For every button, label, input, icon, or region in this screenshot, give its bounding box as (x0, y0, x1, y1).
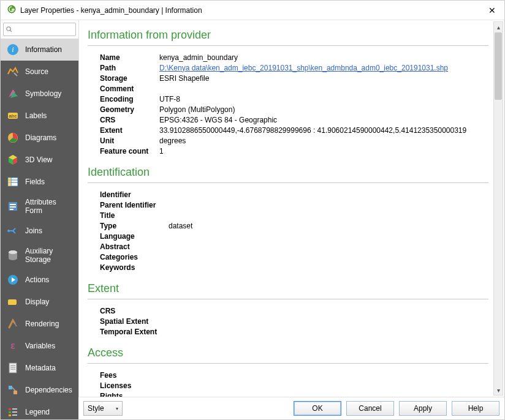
k-storage: Storage (100, 73, 158, 83)
nav-rendering[interactable]: Rendering (1, 313, 78, 335)
nav-attributes-form[interactable]: Attributes Form (1, 193, 78, 220)
scroll-thumb[interactable] (495, 32, 502, 100)
k-keywords: Keywords (100, 262, 167, 272)
v-identifier (167, 189, 192, 200)
path-link[interactable]: D:\Kenya data\ken_adm_iebc_20191031_shp\… (159, 64, 448, 72)
ok-label: OK (312, 404, 322, 413)
section-title-provider: Information from provider (88, 29, 488, 42)
k-abstract: Abstract (100, 241, 167, 252)
dependencies-icon (7, 384, 19, 396)
nav-metadata[interactable]: Metadata (1, 357, 78, 379)
nav-auxiliary-storage[interactable]: Auxiliary Storage (1, 242, 78, 269)
v-geometry: Polygon (MultiPolygon) (158, 104, 466, 114)
nav-label: Joins (25, 227, 72, 235)
nav-label: Source (25, 67, 72, 76)
nav-legend[interactable]: Legend (1, 401, 78, 419)
search-input[interactable] (3, 23, 76, 36)
diagrams-icon (7, 132, 19, 144)
k-spatial: Spatial Extent (100, 316, 167, 326)
nav-variables[interactable]: ε Variables (1, 335, 78, 357)
svg-point-15 (7, 230, 10, 232)
joins-icon (7, 225, 19, 237)
v-keywords (167, 262, 192, 272)
metadata-icon (7, 362, 19, 374)
nav-dependencies[interactable]: Dependencies (1, 379, 78, 401)
v-categories (167, 252, 192, 262)
v-unit: degrees (158, 135, 466, 146)
apply-button[interactable]: Apply (399, 401, 447, 416)
k-parent: Parent Identifier (100, 200, 167, 210)
nav-label: Legend (25, 408, 72, 416)
nav-label: Rendering (25, 320, 72, 328)
fields-icon (7, 176, 19, 188)
symbology-icon (7, 88, 19, 100)
nav-source[interactable]: Source (1, 61, 78, 83)
help-button[interactable]: Help (452, 401, 499, 416)
nav-actions[interactable]: Actions (1, 269, 78, 291)
svg-rect-13 (10, 206, 16, 208)
extent-table: CRS Spatial Extent Temporal Extent (100, 306, 169, 337)
v-title (167, 210, 192, 220)
nav-3dview[interactable]: 3D View (1, 149, 78, 171)
close-icon[interactable]: ✕ (486, 6, 498, 15)
cancel-button[interactable]: Cancel (346, 401, 394, 416)
apply-label: Apply (414, 404, 432, 413)
nav-symbology[interactable]: Symbology (1, 83, 78, 105)
k-unit: Unit (100, 135, 158, 146)
v-fees (158, 370, 159, 380)
svg-text:abc: abc (9, 113, 17, 119)
nav-information[interactable]: i Information (1, 39, 78, 61)
nav-label: Variables (25, 342, 72, 350)
v-comment (158, 83, 466, 94)
nav-label: Dependencies (25, 386, 72, 394)
nav-labels[interactable]: abc Labels (1, 105, 78, 127)
help-label: Help (468, 404, 484, 413)
svg-rect-29 (9, 414, 11, 416)
k-comment: Comment (100, 83, 158, 94)
identification-table: Identifier Parent Identifier Title Typed… (100, 189, 192, 272)
vertical-scrollbar[interactable]: ▴ ▾ (493, 21, 503, 396)
svg-text:i: i (12, 45, 13, 54)
v-featurecount: 1 (158, 146, 466, 156)
divider (88, 363, 488, 364)
v-encoding: UTF-8 (158, 94, 466, 104)
nav-label: 3D View (25, 156, 72, 164)
access-table: Fees Licenses Rights Constraints (100, 370, 159, 397)
scroll-up-icon[interactable]: ▴ (494, 22, 503, 32)
scroll-down-icon[interactable]: ▾ (494, 385, 503, 395)
section-title-extent: Extent (88, 282, 488, 295)
divider (88, 45, 488, 46)
nav-label: Fields (25, 178, 72, 186)
nav-label: Attributes Form (25, 198, 72, 215)
ok-button[interactable]: OK (294, 401, 341, 416)
divider (88, 182, 488, 183)
svg-rect-14 (10, 209, 13, 210)
svg-rect-10 (8, 178, 11, 186)
k-encoding: Encoding (100, 94, 158, 104)
nav-fields[interactable]: Fields (1, 171, 78, 193)
nav-diagrams[interactable]: Diagrams (1, 127, 78, 149)
k-ext-crs: CRS (100, 306, 167, 316)
variables-icon: ε (7, 340, 19, 352)
provider-table: Namekenya_admin_boundary PathD:\Kenya da… (100, 52, 466, 156)
chevron-down-icon: ▾ (116, 406, 118, 411)
nav-label: Auxiliary Storage (25, 247, 72, 264)
nav-list: i Information Source Symbology abc Label… (1, 39, 78, 419)
k-crs: CRS (100, 114, 158, 125)
k-featurecount: Feature count (100, 146, 158, 156)
style-button[interactable]: Style ▾ (83, 401, 123, 416)
k-language: Language (100, 231, 167, 241)
nav-joins[interactable]: Joins (1, 220, 78, 242)
svg-point-17 (9, 250, 17, 254)
svg-rect-26 (13, 391, 17, 394)
nav-label: Metadata (25, 364, 72, 372)
k-temporal: Temporal Extent (100, 326, 167, 337)
svg-text:ε: ε (10, 340, 15, 351)
sidebar: i Information Source Symbology abc Label… (1, 20, 78, 419)
k-type: Type (100, 220, 167, 231)
divider (88, 299, 488, 299)
nav-display[interactable]: Display (1, 291, 78, 313)
layer-properties-window: Layer Properties - kenya_admin_boundary … (0, 0, 505, 420)
v-crs: EPSG:4326 - WGS 84 - Geographic (158, 114, 466, 125)
v-type: dataset (167, 220, 192, 231)
